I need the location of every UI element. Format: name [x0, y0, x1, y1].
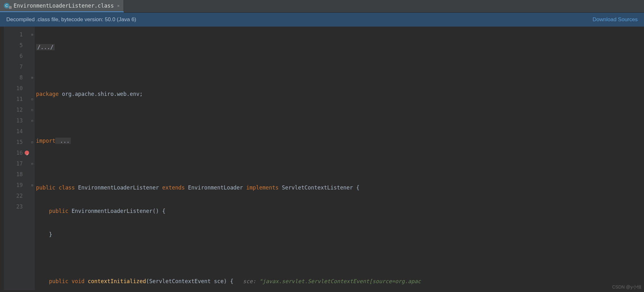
watermark: CSDN @y小恒	[612, 284, 641, 290]
line-number[interactable]: 8	[4, 72, 30, 83]
line-number[interactable]: 14	[4, 126, 30, 137]
code-area[interactable]: /.../ package org.apache.shiro.web.env; …	[35, 27, 644, 290]
readonly-lock-icon	[9, 6, 12, 9]
line-number[interactable]: 7	[4, 61, 30, 72]
close-icon[interactable]: ×	[117, 3, 119, 8]
download-sources-link[interactable]: Download Sources	[592, 16, 638, 23]
fold-toggle[interactable]: ⊟	[30, 104, 35, 115]
fold-toggle	[30, 169, 35, 180]
code-line: import ...	[35, 135, 644, 146]
line-number[interactable]: 17	[4, 158, 30, 169]
line-number[interactable]: 13	[4, 115, 30, 126]
line-number[interactable]: 15	[4, 137, 30, 147]
editor-tabs: C EnvironmentLoaderListener.class ×	[0, 0, 644, 13]
line-number-gutter[interactable]: 15678101112131415161718192223	[4, 27, 30, 290]
fold-toggle	[30, 147, 35, 158]
fold-toggle[interactable]: ⊞	[30, 180, 35, 190]
line-number[interactable]: 16	[4, 147, 30, 158]
fold-toggle[interactable]: ⊞	[30, 72, 35, 83]
fold-toggle	[30, 190, 35, 201]
fold-toggle[interactable]: ⊟	[30, 158, 35, 169]
line-number[interactable]: 6	[4, 51, 30, 61]
fold-toggle[interactable]: ⊟	[30, 137, 35, 147]
tab-title: EnvironmentLoaderListener.class	[14, 3, 114, 9]
fold-toggle	[30, 201, 35, 212]
code-line	[35, 159, 644, 170]
line-number[interactable]: 22	[4, 190, 30, 201]
fold-toggle[interactable]: ⊞	[30, 29, 35, 40]
code-line: /.../	[35, 42, 644, 53]
fold-toggle	[30, 51, 35, 61]
banner-message: Decompiled .class file, bytecode version…	[6, 16, 136, 23]
code-line: public class EnvironmentLoaderListener e…	[35, 182, 644, 193]
decompiled-banner: Decompiled .class file, bytecode version…	[0, 13, 644, 27]
line-number[interactable]: 1	[4, 29, 30, 40]
code-line	[35, 252, 644, 263]
code-editor[interactable]: 15678101112131415161718192223 ⊞⊞⊟⊟⊟⊟⊟⊞ /…	[0, 27, 644, 290]
line-number[interactable]: 5	[4, 40, 30, 51]
code-line	[35, 65, 644, 76]
fold-toggle	[30, 40, 35, 51]
line-number[interactable]: 23	[4, 201, 30, 212]
fold-toggle	[30, 83, 35, 94]
tab-file[interactable]: C EnvironmentLoaderListener.class ×	[0, 0, 124, 12]
code-line: }	[35, 229, 644, 240]
code-line: public void contextInitialized(ServletCo…	[35, 276, 644, 287]
fold-column[interactable]: ⊞⊞⊟⊟⊟⊟⊟⊞	[30, 27, 35, 290]
code-line	[35, 112, 644, 123]
fold-toggle[interactable]: ⊟	[30, 115, 35, 126]
fold-toggle	[30, 61, 35, 72]
code-line: package org.apache.shiro.web.env;	[35, 89, 644, 99]
selection-column	[0, 27, 4, 290]
line-number[interactable]: 11	[4, 94, 30, 104]
line-number[interactable]: 18	[4, 169, 30, 180]
fold-toggle	[30, 126, 35, 137]
line-number[interactable]: 19	[4, 180, 30, 190]
line-number[interactable]: 10	[4, 83, 30, 94]
line-number[interactable]: 12	[4, 104, 30, 115]
code-line: public EnvironmentLoaderListener() {	[35, 206, 644, 216]
fold-toggle[interactable]: ⊟	[30, 94, 35, 104]
